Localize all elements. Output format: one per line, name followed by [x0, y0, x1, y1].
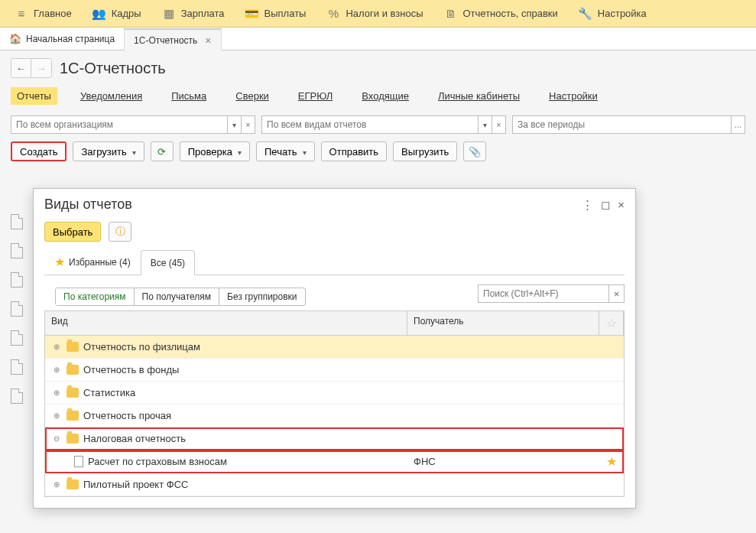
- row-doc-insurance-calc[interactable]: Расчет по страховым взносам ФНС ★: [45, 450, 624, 473]
- close-icon[interactable]: ×: [205, 34, 211, 47]
- row-folder-fondy[interactable]: ⊕Отчетность в фонды: [45, 359, 624, 382]
- row-folder-physlica[interactable]: ⊕Отчетность по физлицам: [45, 336, 624, 359]
- bg-doc-icons: [11, 214, 23, 404]
- tab-1c-reporting[interactable]: 1С-Отчетность×: [125, 28, 221, 50]
- linktab-incoming[interactable]: Входящие: [355, 87, 415, 105]
- star-icon[interactable]: ★: [606, 454, 617, 469]
- menu-reports[interactable]: 🗎Отчетность, справки: [434, 0, 569, 27]
- doc-icon: [11, 243, 23, 258]
- filter-org-input[interactable]: [11, 116, 227, 133]
- toolbar: Создать Загрузить ⟳ Проверка Печать Отпр…: [11, 141, 745, 161]
- subtab-search-row: По категориям По получателям Без группир…: [44, 281, 625, 306]
- choose-button[interactable]: Выбрать: [44, 222, 101, 242]
- home-icon: 🏠: [9, 33, 21, 44]
- page-title: 1С-Отчетность: [60, 60, 166, 77]
- linktab-letters[interactable]: Письма: [165, 87, 213, 105]
- kebab-icon[interactable]: ⋮: [582, 198, 593, 212]
- filter-row: ▾× ▾× …: [11, 115, 745, 134]
- filter-type-input[interactable]: [262, 116, 478, 133]
- row-folder-stat[interactable]: ⊕Статистика: [45, 382, 624, 405]
- page-header: ← → 1С-Отчетность: [11, 58, 745, 78]
- subtab-no-group[interactable]: Без группировки: [219, 288, 304, 305]
- folder-icon: [67, 365, 79, 375]
- linktab-egrul[interactable]: ЕГРЮЛ: [292, 87, 339, 105]
- folder-icon: [67, 411, 79, 421]
- info-button[interactable]: ⓘ: [109, 222, 131, 242]
- row-label: Отчетность прочая: [83, 410, 171, 421]
- subtab-by-category[interactable]: По категориям: [56, 288, 135, 305]
- clear-icon[interactable]: ×: [608, 285, 624, 302]
- star-icon: ☆: [606, 316, 617, 330]
- col-star[interactable]: ☆: [599, 311, 624, 335]
- dropdown-icon[interactable]: ▾: [478, 116, 492, 133]
- search-input[interactable]: [479, 288, 608, 299]
- filter-org[interactable]: ▾×: [11, 115, 255, 134]
- row-label: Налоговая отчетность: [83, 433, 186, 444]
- row-folder-tax[interactable]: ⊖Налоговая отчетность: [45, 427, 624, 450]
- menu-taxes[interactable]: %Налоги и взносы: [316, 0, 433, 27]
- linktab-reports[interactable]: Отчеты: [11, 87, 57, 105]
- row-recipient: ФНС: [407, 456, 599, 467]
- linktab-cabinets[interactable]: Личные кабинеты: [432, 87, 526, 105]
- nav-arrows: ← →: [11, 58, 52, 78]
- grid-body[interactable]: ⊕Отчетность по физлицам ⊕Отчетность в фо…: [45, 336, 624, 496]
- export-button[interactable]: Выгрузить: [393, 141, 457, 161]
- filter-period[interactable]: …: [512, 115, 745, 134]
- tab-bar: 🏠Начальная страница 1С-Отчетность×: [0, 28, 756, 50]
- filter-type[interactable]: ▾×: [261, 115, 506, 134]
- subtab-by-recipient[interactable]: По получателям: [135, 288, 220, 305]
- modal-header: Виды отчетов ⋮ ◻ ×: [34, 189, 635, 217]
- list-icon: ≡: [15, 8, 28, 20]
- tab-all[interactable]: Все (45): [141, 250, 195, 275]
- expand-icon[interactable]: ⊕: [51, 365, 62, 375]
- menu-payments[interactable]: 💳Выплаты: [235, 0, 317, 27]
- attach-button[interactable]: 📎: [463, 141, 486, 161]
- filter-period-input[interactable]: [513, 116, 731, 133]
- send-button[interactable]: Отправить: [321, 141, 387, 161]
- tab-home[interactable]: 🏠Начальная страница: [0, 28, 125, 50]
- load-button[interactable]: Загрузить: [73, 141, 144, 161]
- col-recipient[interactable]: Получатель: [407, 311, 599, 335]
- maximize-icon[interactable]: ◻: [601, 198, 610, 212]
- btn-label: Загрузить: [81, 146, 126, 158]
- row-folder-other[interactable]: ⊕Отчетность прочая: [45, 405, 624, 427]
- expand-icon[interactable]: ⊕: [51, 342, 62, 353]
- clear-icon[interactable]: ×: [241, 116, 255, 133]
- modal-controls: ⋮ ◻ ×: [582, 198, 625, 212]
- linktab-reconcile[interactable]: Сверки: [229, 87, 275, 105]
- tab-favorites[interactable]: ★Избранные (4): [44, 249, 141, 275]
- report-types-modal: Виды отчетов ⋮ ◻ × Выбрать ⓘ ★Избранные …: [33, 188, 636, 509]
- expand-icon[interactable]: ⊕: [51, 388, 62, 398]
- menu-settings[interactable]: 🔧Настройка: [569, 0, 657, 27]
- top-menu: ≡Главное 👥Кадры ▦Зарплата 💳Выплаты %Нало…: [0, 0, 756, 28]
- linktab-notifications[interactable]: Уведомления: [74, 87, 148, 105]
- col-type[interactable]: Вид: [45, 311, 407, 335]
- check-button[interactable]: Проверка: [180, 141, 250, 161]
- row-label: Отчетность по физлицам: [83, 341, 200, 353]
- folder-icon: [67, 388, 79, 398]
- close-icon[interactable]: ×: [618, 198, 625, 211]
- search-box[interactable]: ×: [478, 284, 625, 303]
- create-button[interactable]: Создать: [11, 141, 67, 161]
- refresh-button[interactable]: ⟳: [151, 141, 174, 161]
- nav-forward-button[interactable]: →: [31, 59, 51, 77]
- nav-back-button[interactable]: ←: [11, 59, 31, 77]
- link-tabs: Отчеты Уведомления Письма Сверки ЕГРЮЛ В…: [11, 87, 745, 105]
- page-body: ← → 1С-Отчетность Отчеты Уведомления Пис…: [0, 50, 756, 169]
- modal-toolbar: Выбрать ⓘ: [34, 217, 635, 246]
- btn-label: Печать: [264, 146, 297, 158]
- menu-salary[interactable]: ▦Зарплата: [152, 0, 235, 27]
- linktab-settings[interactable]: Настройки: [543, 87, 604, 105]
- clear-icon[interactable]: ×: [492, 116, 505, 133]
- collapse-icon[interactable]: ⊖: [51, 434, 62, 444]
- row-folder-fss-pilot[interactable]: ⊕Пилотный проект ФСС: [45, 473, 624, 496]
- print-button[interactable]: Печать: [256, 141, 315, 161]
- expand-icon[interactable]: ⊕: [51, 411, 62, 421]
- expand-icon[interactable]: ⊕: [51, 479, 62, 490]
- tab-label: Избранные (4): [69, 257, 131, 268]
- menu-staff[interactable]: 👥Кадры: [83, 0, 152, 27]
- ellipsis-icon[interactable]: …: [731, 116, 745, 133]
- btn-label: Проверка: [188, 146, 232, 158]
- dropdown-icon[interactable]: ▾: [227, 116, 241, 133]
- menu-main[interactable]: ≡Главное: [5, 0, 83, 27]
